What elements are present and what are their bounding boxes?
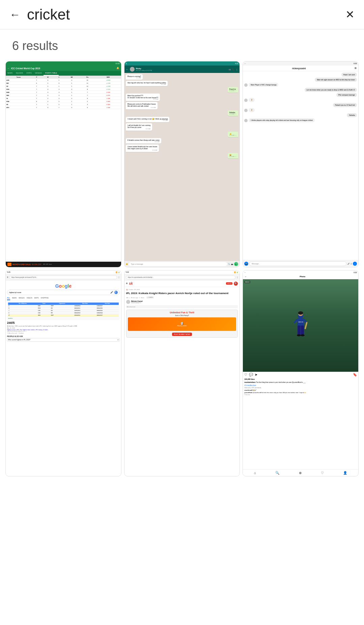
card6-caption: mumbaiindians The first thing that comes…	[243, 381, 358, 384]
card4-status: 5:05 📶🔋	[6, 270, 121, 275]
card2-header: ← Ricky last seen today at 3:52 PM 📹📞⋮	[124, 66, 240, 73]
google-logo: Google	[7, 283, 120, 289]
result-card-5[interactable]: 5:02 📶🔋 https://m.sportskeeda.com/cricke…	[124, 270, 240, 476]
card6-status: ← 8:30	[243, 270, 358, 275]
result-card-4[interactable]: 5:05 📶🔋 ≡ https://www.google.com/search?…	[5, 270, 121, 476]
svg-point-8	[297, 334, 301, 336]
card6-time-ago: 2 days ago	[243, 394, 358, 396]
back-button[interactable]: ←	[9, 8, 20, 21]
results-grid: 10:33 ← ICC Cricket World Cup 2019 🔔 NEW…	[0, 58, 364, 479]
home-icon[interactable]: ⌂	[254, 471, 256, 475]
results-count: 6 results	[0, 29, 364, 58]
add-icon[interactable]: ⊕	[299, 471, 302, 475]
card5-body: 🏠 › Cricket › IPL 2019 IPL 2019: Kolkata…	[124, 287, 240, 476]
card5-author: Mohsin Kamal SENIOR ANALYST	[126, 300, 238, 304]
google-table-result: No of MatchesTeamOpponentsStart DateEnd …	[7, 302, 120, 320]
card6-hashtag: #CricketMeriJaan	[243, 384, 358, 387]
card2-input[interactable]: 😊 Type a message 📎 📷 🎤	[124, 261, 240, 267]
card2-body: Bhaiya is coming?10:11 AMAise lag toh ra…	[124, 73, 240, 261]
result-card-3[interactable]: ← 8:30 rickeeyssaini ⊞ Haan I am sureMai…	[243, 61, 359, 267]
card1-table: TeamsPWLNRPtsNRR AUS761012+0.906IND65011…	[6, 76, 121, 262]
card5-ad: Unlimited Fun & Thrill Just a Click Away…	[126, 310, 238, 338]
close-button[interactable]: ✕	[345, 8, 355, 21]
svg-rect-7	[301, 325, 304, 335]
google-tabs: ALL NEWS IMAGES VIDEOS MAPS SHOPPING	[7, 296, 120, 301]
profile-icon[interactable]: 👤	[343, 471, 347, 475]
card2-status: U 4:20	[124, 61, 240, 66]
google-question[interactable]: Who scored highest in IPL 2018? ∨	[7, 338, 120, 342]
card3-input[interactable]: 📷 Message... 🎤 ⊞ +	[243, 260, 358, 267]
ad-image: 🃏 Rummy Circle	[128, 317, 236, 331]
card3-status: ← 8:30	[243, 61, 358, 66]
card4-body: Google highest ipl score 🎤 🔍 ALL NEWS IM…	[6, 281, 121, 476]
search-query-title: cricket	[27, 6, 345, 23]
google-searchbar[interactable]: highest ipl score 🎤 🔍	[7, 290, 120, 295]
card5-meta: 434 | 38 mins ago // News ↗ SHARE	[126, 296, 238, 298]
card5-header: ≡ sk LOG IN 🔍	[124, 281, 240, 287]
card3-header: rickeeyssaini ⊞	[243, 66, 358, 71]
result-card-2[interactable]: U 4:20 ← Ricky last seen today at 3:52 P…	[124, 61, 240, 267]
svg-point-9	[301, 334, 305, 336]
svg-point-2	[298, 311, 303, 315]
card3-body: Haan I am sureMain toh agle season se AB…	[243, 71, 358, 260]
svg-text:SAMSUNG: SAMSUNG	[298, 321, 304, 323]
card6-comment-1: stuartbroad8 🤣🎤	[243, 389, 358, 391]
card6-likes: 190,288 likes	[243, 377, 358, 381]
card5-status: 5:02 📶🔋	[124, 270, 240, 275]
card5-urlbar[interactable]: https://m.sportskeeda.com/cricket/ipl...…	[124, 275, 240, 281]
card1-banner: MONTH END SALE 40-70% OFF 28ᵗʰ-30ᵗʰ June	[6, 262, 121, 267]
card1-header: ← ICC Cricket World Cup 2019 🔔	[6, 66, 121, 71]
card6-comments-link[interactable]: View all 1,734 comments	[243, 387, 358, 389]
card6-actions[interactable]: ♡ 💬 ➤ 🔖	[243, 372, 358, 377]
svg-line-4	[294, 319, 297, 323]
card1-nav: NEWS SQUADS STATS VENUES POINTS TABLE	[6, 71, 121, 76]
search-icon[interactable]: 🔍	[275, 471, 279, 475]
status-bar-1: 10:33	[6, 61, 121, 66]
svg-rect-6	[298, 325, 301, 335]
card4-urlbar[interactable]: ≡ https://www.google.com/search?q=hi... …	[6, 275, 121, 281]
card6-photo: SAMSUNG BCCI	[243, 279, 358, 372]
result-card-6[interactable]: ← 8:30 ← Photo	[243, 270, 359, 476]
card6-header: ← Photo	[243, 275, 358, 279]
card6-bottom-nav[interactable]: ⌂ 🔍 ⊕ ♡ 👤	[243, 469, 358, 476]
heart-icon[interactable]: ♡	[321, 471, 324, 475]
card6-comment-2: yuvisofficial @stuartbroad8 lol that's t…	[243, 391, 358, 394]
result-card-1[interactable]: 10:33 ← ICC Cricket World Cup 2019 🔔 NEW…	[5, 61, 121, 267]
header: ← cricket ✕	[0, 0, 364, 29]
